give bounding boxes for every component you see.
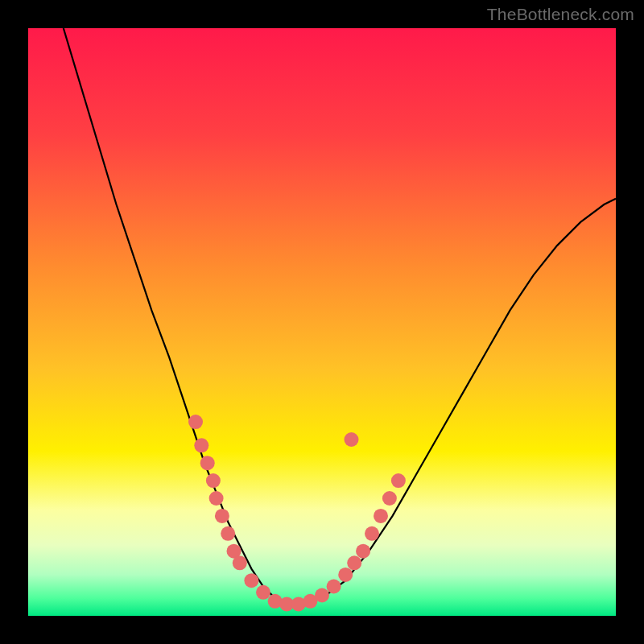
scatter-point [391,473,406,488]
curve-layer [28,28,616,616]
scatter-point [256,585,270,600]
scatter-point [365,526,379,541]
scatter-point [347,555,361,570]
plot-area [28,28,616,616]
scatter-point [200,456,215,470]
scatter-point [209,491,224,506]
scatter-point [215,509,229,523]
scatter-point [206,473,221,488]
scatter-point [345,432,359,447]
highlighted-points [188,415,406,611]
bottleneck-curve [64,28,616,604]
scatter-point [338,568,353,582]
scatter-point [194,438,208,452]
scatter-point [327,580,341,594]
scatter-point [315,588,329,603]
scatter-point [221,526,235,541]
scatter-point [356,544,370,559]
watermark-text: TheBottleneck.com [487,5,634,24]
scatter-point [382,491,397,506]
scatter-point [244,573,258,588]
scatter-point [233,555,247,570]
scatter-point [374,509,388,523]
scatter-point [188,415,203,429]
